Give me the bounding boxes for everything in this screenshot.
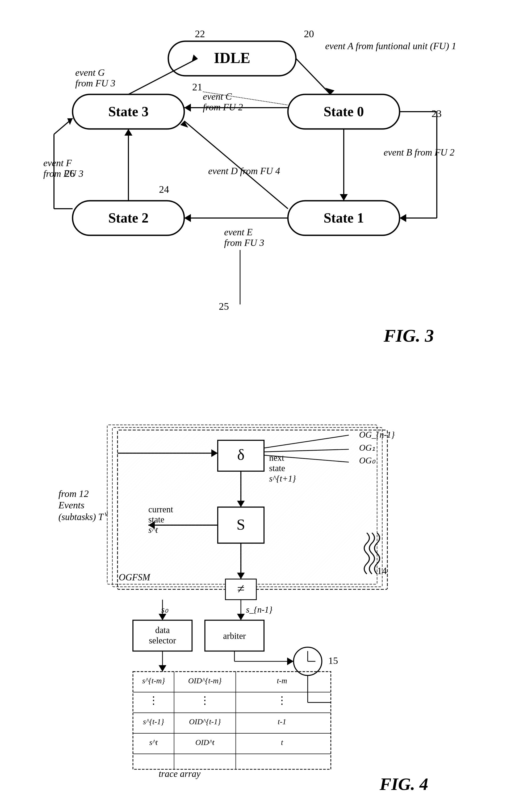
state1-label: State 1 — [324, 210, 364, 226]
ref-22: 22 — [195, 28, 205, 39]
cell-dots3: ⋮ — [277, 695, 287, 706]
event-e-label2: from FU 3 — [224, 237, 264, 248]
event-c-label: event C — [203, 91, 232, 102]
cell-tm: t-m — [277, 677, 287, 685]
arrowhead-f — [124, 129, 132, 135]
event-b-label: event B from FU 2 — [384, 147, 455, 158]
fig4-title: FIG. 4 — [379, 774, 428, 794]
arbiter-label: arbiter — [223, 631, 246, 641]
subtasks-v-label: v — [105, 510, 108, 518]
trace-array-label: trace array — [159, 769, 201, 779]
arrowhead-e — [184, 214, 191, 222]
ref-24: 24 — [159, 184, 169, 195]
subtasks-label: (subtasks) T — [58, 512, 104, 522]
event-g-label: event G — [75, 67, 105, 78]
fig3-title: FIG. 3 — [383, 325, 434, 346]
arrowhead-b — [340, 194, 348, 201]
cell-dots2: ⋮ — [200, 695, 210, 706]
cell-s-t1: s^{t-1} — [143, 717, 164, 726]
event-a-label: event A from funtional unit (FU) 1 — [325, 41, 456, 51]
state0-label: State 0 — [324, 104, 364, 119]
s-label-top: S — [237, 516, 245, 533]
ref15-label: 15 — [328, 655, 338, 666]
neq-sel-arrowhead — [159, 614, 166, 620]
cell-oid-t: OID^t — [195, 738, 215, 746]
cell-oid-tm: OID^{t-m} — [188, 677, 222, 685]
page: 22 20 21 23 26 24 25 IDLE State 0 State … — [0, 0, 528, 812]
neq-label-top: ≠ — [237, 581, 245, 596]
neq-arb-arrowhead — [237, 614, 245, 620]
event-d-label: event D from FU 4 — [208, 166, 280, 176]
event-f-label2: from FU 3 — [43, 168, 84, 179]
from12-label: from 12 — [58, 488, 89, 499]
event-c-label2: from FU 2 — [203, 102, 243, 113]
data-selector-label1: data — [155, 625, 170, 635]
sel-down-arrowhead — [159, 665, 166, 672]
state2-label: State 2 — [108, 210, 149, 226]
cell-dots1: ⋮ — [148, 695, 159, 706]
event-f-label: event F — [43, 158, 72, 168]
arrowhead-b2 — [400, 214, 406, 222]
arrow-a — [296, 58, 331, 95]
event-g-label2: from FU 3 — [75, 78, 115, 89]
ref-21: 21 — [192, 81, 202, 92]
events-label: Events — [58, 499, 85, 510]
delta-label-top: δ — [237, 446, 244, 463]
data-selector-label2: selector — [149, 636, 176, 645]
cell-t1: t-1 — [278, 717, 286, 726]
cell-oid-t1: OID^{t-1} — [189, 717, 221, 726]
arrow-d — [184, 121, 288, 209]
fig3-diagram: 22 20 21 23 26 24 25 IDLE State 0 State … — [38, 16, 490, 388]
sn1-label: s_{n-1} — [246, 605, 272, 614]
idle-label: IDLE — [214, 50, 250, 66]
ref-25: 25 — [219, 301, 229, 312]
arb-clk-arrowhead — [287, 657, 294, 665]
fig4-diagram: OGFSM δ S OG_{n-1} OG₁ OG₀ next state s^… — [38, 409, 490, 795]
ref-20: 20 — [304, 28, 314, 39]
event-e-label: event E — [224, 227, 252, 237]
cell-t: t — [281, 738, 283, 746]
state3-label: State 3 — [108, 104, 149, 119]
cell-s-tm: s^{t-m} — [142, 677, 165, 685]
arrowhead-c — [184, 104, 191, 112]
cell-s-t: s^t — [149, 738, 158, 746]
